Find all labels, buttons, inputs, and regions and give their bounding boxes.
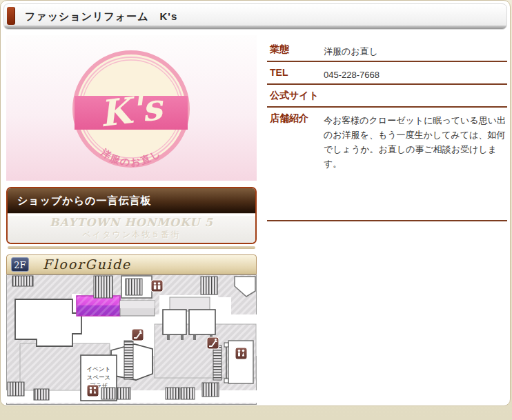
shop-logo-panel: ファッションリフォーム K's 洋服のお直し	[6, 35, 257, 181]
floor-guide-header: 2F FloorGuide	[6, 254, 257, 274]
info-value: 045-228-7668	[324, 68, 506, 82]
watermark-line1: BAYTOWN HONMOKU 5	[8, 216, 255, 229]
floor-guide-title: FloorGuide	[43, 257, 131, 272]
floor-badge: 2F	[11, 257, 29, 272]
restroom-icon	[235, 348, 247, 359]
shop-logo-image: ファッションリフォーム K's 洋服のお直し	[6, 35, 257, 181]
floor-map: イベント スペース プラザ	[6, 274, 257, 405]
info-row-business-type: 業態 洋服のお直し	[267, 39, 507, 62]
escalator-icon	[207, 337, 219, 349]
header-accent-bar	[7, 7, 15, 25]
info-label: 業態	[270, 43, 289, 56]
svg-text:イベント: イベント	[87, 366, 111, 372]
svg-text:スペース: スペース	[87, 374, 111, 381]
escalator-icon	[132, 329, 144, 341]
restroom-icon	[87, 385, 99, 397]
elevator-icon	[151, 280, 163, 292]
page-title: ファッションリフォーム K's	[25, 10, 177, 23]
info-label: 公式サイト	[270, 90, 319, 102]
message-board-title: ショップからの一言伝言板	[8, 188, 255, 214]
shop-info-table: 業態 洋服のお直し TEL 045-228-7668 公式サイト 店舗紹介 今お…	[267, 39, 507, 221]
page-header: ファッションリフォーム K's	[3, 3, 507, 30]
info-value: 今お客様のクローゼットに眠っている思い出のお洋服を、もう一度生かしてみては、如何…	[324, 113, 506, 171]
watermark-line2: ベイタウン本牧５番街	[8, 229, 255, 241]
message-board-shadow	[8, 246, 255, 249]
message-board-body: BAYTOWN HONMOKU 5 ベイタウン本牧５番街	[8, 216, 255, 244]
shop-message-board: ショップからの一言伝言板 BAYTOWN HONMOKU 5 ベイタウン本牧５番…	[6, 187, 257, 244]
floor-map-image: イベント スペース プラザ	[6, 274, 257, 405]
info-label: 店舗紹介	[270, 112, 308, 125]
info-label: TEL	[270, 67, 288, 78]
info-value: 洋服のお直し	[324, 44, 506, 59]
shop-detail-card: ファッションリフォーム K's ファッションリフォーム K's 洋服のお直し	[0, 0, 511, 406]
info-row-description: 店舗紹介 今お客様のクローゼットに眠っている思い出のお洋服を、もう一度生かしてみ…	[267, 108, 507, 221]
info-row-official-site: 公式サイト	[267, 85, 507, 108]
logo-name: K's	[97, 85, 167, 134]
map-shop-highlight	[77, 296, 120, 316]
info-row-tel: TEL 045-228-7668	[267, 62, 507, 85]
map-room	[15, 299, 81, 346]
stairs-icon	[126, 279, 142, 295]
